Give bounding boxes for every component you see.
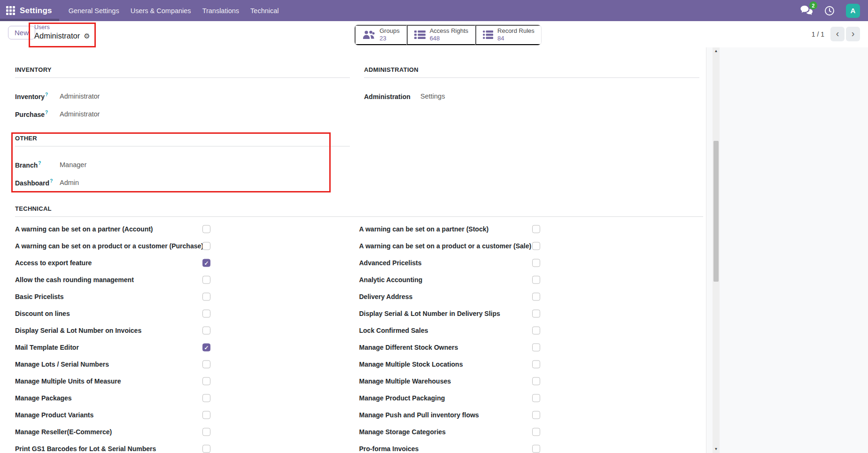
navbar-menu-item[interactable]: Technical [245,0,284,21]
checkbox[interactable] [532,276,540,284]
checkbox[interactable] [532,377,540,385]
control-panel: New Users Administrator ⚙ Groups 23 [0,21,868,47]
checkbox[interactable] [532,293,540,301]
checkbox-row: A warning can be set on a partner (Stock… [359,221,704,238]
checkbox[interactable] [532,327,540,335]
checkbox[interactable] [202,276,210,284]
vertical-scrollbar[interactable]: ▲ ▼ [713,47,720,453]
stat-value: 84 [497,35,535,42]
checkbox-row: Manage Reseller(E-Commerce) [15,423,359,440]
checkbox[interactable] [202,310,210,318]
checkbox[interactable] [202,411,210,419]
field-row: Inventory? Administrator [15,87,350,105]
checkbox-row: Advanced Pricelists [359,254,704,271]
checkbox[interactable] [532,445,540,453]
checkbox-row: Manage Lots / Serial Numbers [15,356,359,373]
checkbox[interactable] [202,293,210,301]
checkbox[interactable] [532,310,540,318]
checkbox-label: Display Serial & Lot Number on Invoices [15,327,141,334]
checkbox[interactable] [532,225,540,233]
scroll-up-arrow-icon[interactable]: ▲ [713,49,720,53]
scrollbar-thumb[interactable] [713,141,719,282]
checkbox[interactable] [202,361,210,369]
checkbox-row: Allow the cash rounding management [15,271,359,288]
chevron-right-icon: › [852,29,855,38]
new-button[interactable]: New [8,26,35,39]
field-value[interactable]: Manager [60,161,86,169]
checkbox[interactable] [202,445,210,453]
field-row: Branch? Manager [15,156,350,174]
checkbox-label: A warning can be set on a product or a c… [359,242,532,250]
section-title: OTHER [15,135,350,146]
field-value[interactable]: Administrator [60,92,100,100]
navbar-menu-item[interactable]: Translations [197,0,245,21]
user-avatar[interactable]: A [846,4,860,18]
checkbox-row: A warning can be set on a partner (Accou… [15,221,359,238]
checkbox[interactable] [202,225,210,233]
checkbox-label: Manage Lots / Serial Numbers [15,361,109,368]
record-rules-stat-button[interactable]: Record Rules 84 [475,25,541,45]
breadcrumb-parent-link[interactable]: Users [34,24,90,31]
gear-icon[interactable]: ⚙ [84,32,90,39]
section-inventory: INVENTORY Inventory? Administrator Purch… [15,66,350,123]
checkbox[interactable] [202,377,210,385]
pager-counter: 1 / 1 [812,31,824,38]
checkbox-label: Delivery Address [359,293,413,300]
messages-button[interactable]: 2 [800,5,813,16]
checkbox-label: Display Serial & Lot Number in Delivery … [359,310,500,317]
field-label: Administration [364,92,420,100]
checkbox[interactable] [202,428,210,436]
section-technical: TECHNICAL A warning can be set on a part… [15,205,703,453]
checkbox[interactable] [532,361,540,369]
help-icon: ? [45,92,48,97]
field-value[interactable]: Settings [420,92,445,100]
top-navbar: Settings General Settings Users & Compan… [0,0,868,21]
stat-value: 648 [430,35,468,42]
field-value[interactable]: Administrator [60,110,100,118]
checkbox-row: Pro-forma Invoices [359,440,704,453]
pager-previous-button[interactable]: ‹ [830,27,845,41]
help-icon: ? [38,161,41,166]
checkbox-row: Basic Pricelists [15,288,359,305]
section-other: OTHER Branch? Manager Dashboard? Admin [15,135,350,192]
navbar-menu-item[interactable]: Users & Companies [125,0,197,21]
checkbox-row: Manage Multiple Warehouses [359,373,704,390]
groups-stat-button[interactable]: Groups 23 [355,25,407,45]
navbar-menu-item[interactable]: General Settings [63,0,125,21]
checkbox[interactable] [202,344,210,352]
checkbox-label: Print GS1 Barcodes for Lot & Serial Numb… [15,445,156,453]
checkbox[interactable] [532,242,540,250]
checkbox-row: Analytic Accounting [359,271,704,288]
checkbox[interactable] [202,242,210,250]
checkbox-label: Manage Push and Pull inventory flows [359,411,479,419]
scroll-down-arrow-icon[interactable]: ▼ [713,447,720,451]
pager-next-button[interactable]: › [846,27,860,41]
checkbox[interactable] [532,428,540,436]
access-rights-stat-button[interactable]: Access Rights 648 [407,25,475,45]
checkbox-row: A warning can be set on a product or a c… [15,238,359,254]
users-group-icon [362,30,375,39]
checkbox-label: Access to export feature [15,259,92,267]
stat-value: 23 [380,35,400,42]
apps-grid-icon [6,6,15,15]
checkbox[interactable] [532,344,540,352]
field-row: Administration Settings [364,87,699,105]
checkbox[interactable] [532,259,540,267]
app-name: Settings [20,6,52,15]
field-value[interactable]: Admin [60,179,79,186]
checkbox[interactable] [202,327,210,335]
checkbox[interactable] [532,394,540,402]
checkbox-row: Print GS1 Barcodes for Lot & Serial Numb… [15,440,359,453]
list-icon [483,30,493,39]
field-row: Purchase? Administrator [15,105,350,123]
apps-menu-button[interactable]: Settings [0,0,59,21]
checkbox-label: Mail Template Editor [15,344,79,351]
activities-button[interactable] [824,6,835,16]
section-title: TECHNICAL [15,205,703,217]
checkbox-label: Allow the cash rounding management [15,276,134,284]
checkbox-label: Manage Product Packaging [359,394,445,402]
checkbox[interactable] [202,259,210,267]
checkbox[interactable] [202,394,210,402]
checkbox-label: A warning can be set on a partner (Stock… [359,225,489,233]
checkbox[interactable] [532,411,540,419]
